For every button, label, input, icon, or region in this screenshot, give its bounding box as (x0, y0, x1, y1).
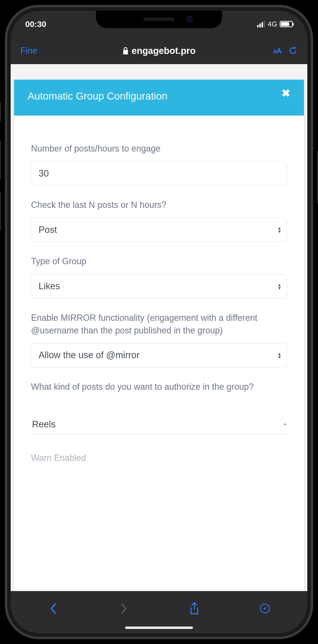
modal-title: Automatic Group Configuration (28, 90, 167, 102)
browser-done-button[interactable]: Fine (20, 46, 54, 56)
network-label: 4G (268, 20, 277, 28)
modal-header: Automatic Group Configuration ✖ (14, 80, 304, 116)
home-indicator[interactable] (125, 626, 193, 629)
group-type-value: Likes (38, 281, 60, 292)
reader-button[interactable]: AA (273, 46, 281, 55)
phone-power-button (317, 150, 318, 204)
address-bar[interactable]: engagebot.pro (54, 46, 264, 56)
phone-notch (96, 11, 222, 28)
lock-icon (122, 47, 129, 54)
phone-volume-up (0, 141, 1, 180)
modal-body: Number of posts/hours to engage Check th… (14, 116, 304, 464)
status-time: 00:30 (25, 20, 46, 29)
group-type-label: Type of Group (31, 255, 287, 268)
config-modal: Automatic Group Configuration ✖ Number o… (14, 80, 304, 591)
browser-bar: Fine engagebot.pro AA (11, 38, 307, 64)
back-button[interactable] (46, 601, 61, 616)
phone-volume-down (0, 192, 1, 231)
check-mode-value: Post (38, 224, 57, 235)
mirror-select[interactable]: Allow the use of @mirror (31, 343, 287, 368)
mirror-label: Enable MIRROR functionality (engagement … (31, 312, 287, 337)
share-button[interactable] (187, 601, 202, 616)
battery-icon (280, 21, 293, 27)
check-mode-label: Check the last N posts or N hours? (31, 199, 287, 211)
phone-frame: 00:30 4G Fine engagebot.pro AA (5, 5, 313, 639)
warn-enabled-label: Warn Enabled (31, 452, 287, 464)
phone-speaker (143, 18, 175, 21)
phone-silence-switch (0, 102, 1, 122)
posts-count-input[interactable] (31, 161, 287, 186)
reload-icon[interactable] (289, 46, 298, 56)
compass-button[interactable] (258, 601, 272, 616)
signal-icon (257, 21, 265, 28)
forward-button[interactable] (117, 601, 131, 616)
post-kind-select[interactable]: Reels (31, 414, 287, 435)
browser-toolbar (11, 591, 307, 633)
browser-domain: engagebot.pro (132, 46, 196, 56)
page-content: Automatic Group Configuration ✖ Number o… (11, 64, 307, 591)
phone-camera (187, 16, 193, 22)
group-type-select[interactable]: Likes (31, 274, 287, 298)
mirror-value: Allow the use of @mirror (38, 350, 140, 360)
phone-screen: 00:30 4G Fine engagebot.pro AA (11, 11, 307, 633)
posts-count-label: Number of posts/hours to engage (31, 142, 287, 155)
close-icon[interactable]: ✖ (281, 88, 290, 98)
check-mode-select[interactable]: Post (31, 218, 287, 242)
post-kind-label: What kind of posts do you want to author… (31, 380, 287, 393)
